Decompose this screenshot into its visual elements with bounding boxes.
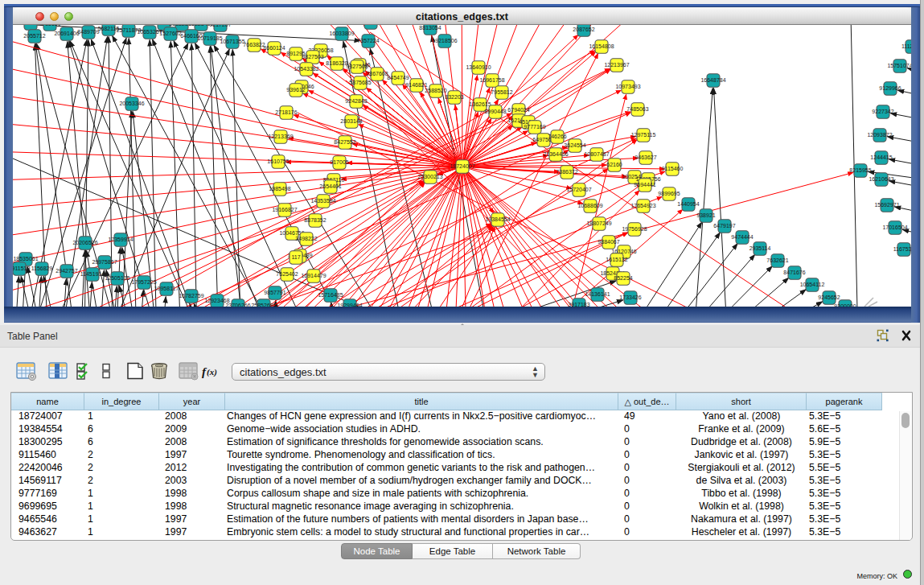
svg-text:17957225: 17957225 — [131, 279, 156, 285]
svg-text:17359914: 17359914 — [108, 237, 133, 242]
svg-text:6479197: 6479197 — [713, 223, 735, 229]
svg-text:12213369: 12213369 — [268, 134, 293, 139]
svg-text:1362615: 1362615 — [469, 101, 491, 107]
svg-text:3911519: 3911519 — [13, 266, 30, 271]
svg-text:9899695: 9899695 — [658, 191, 680, 196]
svg-text:14353594: 14353594 — [310, 198, 335, 204]
svg-text:15751074: 15751074 — [887, 63, 911, 68]
svg-text:12975115: 12975115 — [631, 132, 656, 138]
svg-text:7632621: 7632621 — [766, 257, 788, 263]
svg-text:938921: 938921 — [696, 212, 715, 218]
svg-text:29975867: 29975867 — [92, 259, 117, 265]
svg-text:9474444: 9474444 — [731, 234, 753, 240]
svg-text:8489709: 8489709 — [77, 29, 99, 35]
svg-text:9694441: 9694441 — [634, 182, 655, 187]
svg-text:12505135: 12505135 — [105, 275, 129, 281]
svg-text:23706266: 23706266 — [225, 303, 250, 307]
svg-text:2588520: 2588520 — [425, 88, 446, 93]
svg-text:7663822: 7663822 — [243, 42, 265, 47]
svg-text:7955812: 7955812 — [491, 89, 512, 95]
svg-text:16648784: 16648784 — [700, 77, 725, 83]
svg-text:9463627: 9463627 — [634, 154, 656, 160]
svg-text:9827503: 9827503 — [302, 54, 323, 60]
svg-text:939612: 939612 — [286, 87, 305, 93]
svg-text:12213967: 12213967 — [604, 62, 629, 68]
svg-text:9242848: 9242848 — [345, 98, 367, 104]
svg-text:8186328: 8186328 — [326, 60, 347, 66]
svg-text:3498222: 3498222 — [295, 236, 317, 241]
svg-text:10653267: 10653267 — [137, 29, 162, 35]
svg-text:2718176: 2718176 — [275, 109, 297, 115]
svg-text:10958117: 10958117 — [154, 286, 179, 291]
svg-text:9129966: 9129966 — [879, 85, 901, 91]
svg-text:117: 117 — [291, 254, 300, 260]
svg-text:21364436: 21364436 — [543, 151, 568, 157]
svg-text:8813054: 8813054 — [419, 25, 441, 31]
svg-text:10688609: 10688609 — [577, 203, 602, 208]
svg-text:2935114: 2935114 — [749, 245, 771, 251]
svg-text:1156829: 1156829 — [31, 266, 53, 271]
svg-text:9327508: 9327508 — [346, 64, 368, 69]
svg-text:9857791: 9857791 — [264, 290, 285, 295]
svg-text:917005: 917005 — [330, 159, 348, 165]
svg-text:8427552: 8427552 — [334, 139, 355, 145]
svg-text:9245652: 9245652 — [818, 295, 840, 300]
svg-text:10543382: 10543382 — [294, 66, 318, 72]
svg-text:8215955: 8215955 — [849, 167, 871, 173]
svg-text:20691406: 20691406 — [54, 31, 79, 36]
svg-text:832203: 832203 — [445, 94, 463, 100]
svg-text:16961758: 16961758 — [479, 77, 504, 83]
svg-text:19756928: 19756928 — [622, 226, 647, 232]
svg-text:1733426: 1733426 — [619, 295, 641, 300]
svg-text:2087652: 2087652 — [573, 27, 594, 32]
svg-text:1527602: 1527602 — [159, 31, 181, 36]
svg-text:9115460: 9115460 — [662, 166, 684, 171]
svg-text:8990448: 8990448 — [484, 109, 506, 114]
svg-text:1615132: 1615132 — [606, 257, 627, 262]
svg-text:16782759: 16782759 — [179, 293, 203, 299]
svg-text:17016504: 17016504 — [882, 225, 907, 230]
svg-text:7357224: 7357224 — [357, 38, 379, 43]
svg-text:10671355: 10671355 — [220, 39, 244, 44]
svg-text:20053346: 20053346 — [119, 101, 144, 106]
svg-text:17654923: 17654923 — [630, 203, 655, 208]
svg-text:10719185: 10719185 — [197, 35, 222, 41]
svg-text:3624554: 3624554 — [564, 142, 585, 148]
svg-text:9146821: 9146821 — [405, 82, 427, 88]
svg-text:15716485: 15716485 — [318, 292, 343, 298]
svg-text:2654401: 2654401 — [319, 183, 341, 189]
svg-text:5875685: 5875685 — [349, 80, 371, 85]
svg-text:19166827: 19166827 — [272, 207, 297, 212]
svg-text:746266: 746266 — [548, 134, 566, 139]
svg-text:8660124: 8660124 — [263, 45, 285, 51]
svg-text:16210643: 16210643 — [869, 176, 893, 182]
svg-text:(x): (x) — [207, 367, 217, 377]
svg-text:9300000: 9300000 — [834, 303, 856, 307]
svg-text:4735650: 4735650 — [39, 25, 60, 27]
svg-text:7625402: 7625402 — [276, 271, 298, 277]
svg-text:7386372: 7386372 — [556, 169, 577, 175]
svg-text:2803144: 2803144 — [340, 118, 362, 124]
svg-text:20206526: 20206526 — [72, 240, 97, 245]
svg-text:8454749: 8454749 — [387, 75, 409, 80]
svg-text:62160: 62160 — [606, 162, 622, 167]
svg-text:18724007: 18724007 — [450, 163, 474, 169]
svg-text:14136141: 14136141 — [585, 291, 610, 297]
svg-text:12093872: 12093872 — [867, 132, 892, 138]
svg-text:13640910: 13640910 — [466, 64, 491, 70]
svg-text:3917183: 3917183 — [568, 302, 589, 307]
svg-text:25852685: 25852685 — [251, 303, 276, 307]
svg-text:18807249: 18807249 — [586, 220, 611, 226]
svg-text:7485063: 7485063 — [626, 106, 648, 112]
svg-text:10807487: 10807487 — [584, 151, 609, 157]
svg-text:10654112: 10654112 — [800, 282, 825, 287]
svg-text:16914479: 16914479 — [301, 273, 326, 278]
svg-text:19299464: 19299464 — [337, 303, 362, 307]
svg-text:8878352: 8878352 — [304, 217, 326, 223]
svg-text:1985498: 1985498 — [269, 186, 290, 192]
svg-text:9217207: 9217207 — [209, 25, 231, 27]
svg-text:1167531: 1167531 — [893, 246, 911, 252]
svg-text:16154808: 16154808 — [589, 43, 614, 49]
svg-text:1440954: 1440954 — [677, 201, 699, 207]
svg-text:1244415: 1244415 — [870, 154, 892, 160]
